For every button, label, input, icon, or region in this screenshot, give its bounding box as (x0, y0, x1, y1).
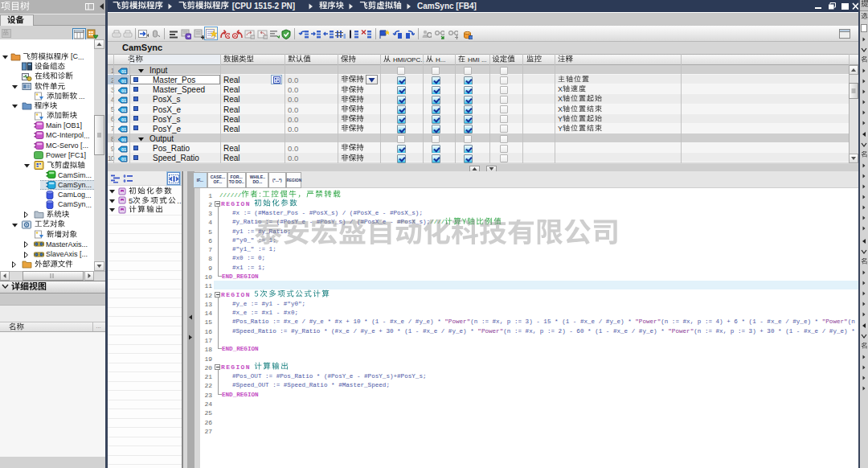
svg-text:01: 01 (121, 108, 126, 113)
svg-text:01: 01 (121, 117, 126, 122)
svg-text:01: 01 (121, 68, 126, 73)
svg-text:01: 01 (121, 98, 126, 103)
svg-text:01: 01 (121, 157, 126, 162)
svg-text:01: 01 (121, 137, 126, 142)
svg-text:01: 01 (121, 127, 126, 132)
svg-text:01: 01 (121, 78, 126, 83)
svg-text:01: 01 (121, 88, 126, 93)
svg-text:01: 01 (121, 146, 126, 151)
